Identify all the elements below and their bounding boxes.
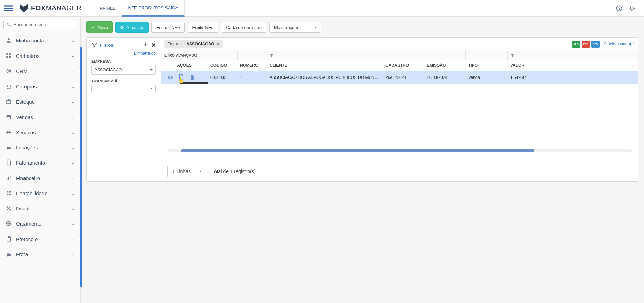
- data-panel: Filtros ✕ Limpar tudo EMPRESA ASSOCIACAO…: [86, 37, 638, 182]
- sidebar-search-input[interactable]: [13, 22, 74, 27]
- nav-servicos[interactable]: Serviços⌄: [0, 125, 80, 140]
- edit-icon[interactable]: [178, 74, 184, 80]
- table-header: AÇÕES CÓDIGO NÚMERO CLIENTE CADASTRO EMI…: [161, 60, 638, 71]
- tab-nfe-produtos-saida[interactable]: NFE PRODUTOS SAÍDA: [122, 0, 185, 17]
- svg-rect-22: [9, 191, 11, 193]
- th-codigo[interactable]: CÓDIGO: [208, 60, 237, 71]
- help-button[interactable]: [616, 5, 623, 12]
- clear-filters-link[interactable]: Limpar tudo: [91, 51, 156, 56]
- th-valor[interactable]: VALOR: [507, 60, 530, 71]
- svg-rect-15: [7, 117, 11, 119]
- svg-point-10: [7, 69, 11, 73]
- box-icon: [5, 98, 12, 105]
- svg-rect-0: [4, 5, 13, 6]
- nav-cadastros[interactable]: Cadastros⌄: [0, 48, 80, 63]
- chevron-down-icon: ⌄: [71, 251, 76, 257]
- th-cadastro[interactable]: CADASTRO: [383, 60, 424, 71]
- transmissao-select[interactable]: [91, 85, 156, 92]
- notifications-button[interactable]: ▾: [629, 5, 636, 12]
- cell-cadastro: 26/03/2024: [383, 72, 424, 83]
- calc-icon: [5, 189, 12, 197]
- nav-orcamento[interactable]: Orçamento⌄: [0, 216, 80, 231]
- cart-icon: [5, 83, 12, 90]
- handshake-icon: [5, 128, 12, 136]
- emit-nfe-button[interactable]: Emitir NFe: [188, 22, 218, 33]
- delete-icon[interactable]: [189, 74, 195, 81]
- th-numero[interactable]: NÚMERO: [237, 60, 267, 71]
- more-options-dropdown[interactable]: Mais opções: [269, 22, 321, 33]
- chevron-down-icon: ⌄: [71, 53, 76, 59]
- svg-point-26: [7, 206, 8, 208]
- close-nfe-button[interactable]: Fechar NFe: [151, 22, 185, 33]
- menu-toggle-button[interactable]: [0, 4, 17, 13]
- empresa-label: EMPRESA: [91, 59, 156, 63]
- chevron-down-icon: ⌄: [71, 83, 76, 90]
- chip-remove-icon[interactable]: ✕: [217, 42, 220, 46]
- clipboard-icon: [5, 235, 12, 243]
- chevron-down-icon: ⌄: [71, 236, 76, 242]
- chevron-down-icon: ⌄: [71, 205, 76, 211]
- horizontal-scrollbar[interactable]: [167, 149, 632, 152]
- table-body: 👆 Editar (Shift + E) 0000002 1 ASSOCIACA…: [161, 71, 638, 161]
- filter-valor[interactable]: [507, 51, 530, 60]
- svg-rect-1: [4, 8, 13, 9]
- close-filter-button[interactable]: ✕: [151, 42, 156, 49]
- nav-estoque[interactable]: Estoque⌄: [0, 94, 80, 109]
- refresh-button[interactable]: ⟳Atualizar: [115, 22, 149, 33]
- svg-rect-2: [4, 10, 13, 11]
- nav-fiscal[interactable]: Fiscal⌄: [0, 201, 80, 216]
- filter-cadastro[interactable]: [383, 51, 424, 60]
- export-pdf-button[interactable]: PDF: [582, 41, 590, 48]
- nav-frota[interactable]: Frota⌄: [0, 247, 80, 262]
- chevron-down-icon: ▾: [634, 7, 636, 10]
- filter-tipo[interactable]: [465, 51, 507, 60]
- nav-financeiro[interactable]: Financeiro⌄: [0, 170, 80, 186]
- advanced-filter-label: ILTRO AVANÇADO: [161, 51, 208, 60]
- nav-faturamento[interactable]: Faturamento⌄: [0, 155, 80, 170]
- chevron-down-icon: ⌄: [71, 190, 76, 196]
- nav-crm[interactable]: CRM⌄: [0, 63, 80, 79]
- carta-correcao-button[interactable]: Carta de correção: [221, 22, 266, 33]
- filter-emissao[interactable]: [424, 51, 465, 60]
- refresh-icon: ⟳: [120, 25, 124, 30]
- percent-icon: [5, 205, 12, 212]
- brand-logo: FOXMANAGER: [19, 3, 82, 13]
- filter-codigo[interactable]: [208, 51, 237, 60]
- nav-locacoes[interactable]: Locações⌄: [0, 140, 80, 155]
- fox-icon: [19, 3, 29, 13]
- th-acoes: AÇÕES: [161, 60, 208, 71]
- th-tipo[interactable]: TIPO: [465, 60, 507, 71]
- sidebar-search[interactable]: [3, 20, 77, 29]
- search-icon: [7, 22, 11, 27]
- svg-point-33: [182, 75, 183, 76]
- th-cliente[interactable]: CLIENTE: [267, 60, 383, 71]
- nav-protocolo[interactable]: Protocolo⌄: [0, 231, 80, 247]
- svg-point-32: [10, 255, 10, 256]
- svg-rect-24: [9, 194, 11, 196]
- th-emissao[interactable]: EMISSÃO: [424, 60, 465, 71]
- export-xls-button[interactable]: XLS: [572, 41, 580, 48]
- empresa-select[interactable]: ASSOCIACAO: [91, 65, 156, 75]
- pin-button[interactable]: [143, 42, 148, 48]
- export-csv-button[interactable]: CSV: [591, 41, 600, 48]
- rows-per-page-dropdown[interactable]: 1 Linhas: [167, 166, 207, 177]
- tab-painel[interactable]: PAINEL: [93, 0, 122, 17]
- chevron-down-icon: ⌄: [71, 220, 76, 227]
- filter-title: Filtros: [100, 43, 113, 48]
- view-icon[interactable]: [167, 74, 173, 81]
- svg-rect-19: [8, 177, 9, 180]
- filter-numero[interactable]: [237, 51, 267, 60]
- filter-chip-empresa[interactable]: Empresa: ASSOCIACAO ✕: [164, 40, 223, 48]
- sidebar-scrollbar[interactable]: [80, 47, 82, 287]
- table-row[interactable]: 👆 Editar (Shift + E) 0000002 1 ASSOCIACA…: [161, 71, 638, 84]
- nav-compras[interactable]: Compras⌄: [0, 79, 80, 94]
- chevron-down-icon: ⌄: [71, 159, 76, 166]
- new-button[interactable]: ＋Novo: [86, 21, 113, 33]
- svg-rect-20: [10, 176, 10, 180]
- nav-minha-conta[interactable]: Minha conta⌄: [0, 33, 80, 48]
- brand-text-2: MANAGER: [46, 4, 82, 12]
- svg-point-13: [10, 88, 10, 89]
- filter-cliente[interactable]: [267, 51, 383, 60]
- nav-vendas[interactable]: Vendas⌄: [0, 109, 80, 125]
- nav-contabilidade[interactable]: Contabilidade⌄: [0, 186, 80, 201]
